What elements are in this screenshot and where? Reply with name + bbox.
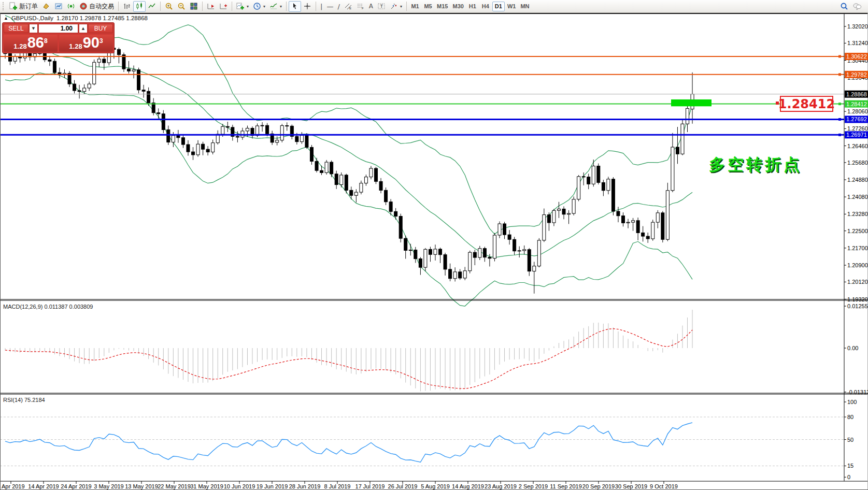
timeframe-H4[interactable]: H4 <box>479 2 492 11</box>
toolbar-separator <box>118 2 119 11</box>
svg-text:0: 0 <box>847 474 850 480</box>
label-tool-button[interactable]: T <box>375 1 388 12</box>
sell-button[interactable]: SELL <box>4 24 29 33</box>
chat-button[interactable] <box>850 1 864 12</box>
trendline-icon: / <box>337 3 339 10</box>
collapse-panel-arrow[interactable]: ▲ <box>4 16 8 21</box>
volume-increase-button[interactable]: ▲ <box>79 24 88 33</box>
svg-text:1.21700: 1.21700 <box>847 245 868 251</box>
zoom-out-button[interactable] <box>175 1 188 12</box>
annotation-note-text[interactable]: 多空转折点 <box>709 154 802 176</box>
line-anchor-marker <box>838 134 841 136</box>
chart-window: 1.320201.312401.304401.296401.280601.272… <box>0 13 868 490</box>
toolbar-separator <box>160 2 161 11</box>
templates-button[interactable]: ▾ <box>267 1 284 12</box>
new-order-button[interactable]: 新订单 <box>7 1 40 12</box>
date-tick-label: 26 Jul 2019 <box>388 483 418 489</box>
fibonacci-tool-button[interactable]: F <box>354 1 367 12</box>
tile-windows-icon <box>190 2 198 10</box>
periods-button[interactable]: ▾ <box>251 1 267 12</box>
indicators-button[interactable]: ▾ <box>234 1 251 12</box>
toolbar-grip[interactable] <box>3 2 6 10</box>
crosshair-tool-button[interactable] <box>301 1 314 12</box>
vertical-line-icon: | <box>320 3 322 10</box>
date-tick-label: 13 May 2019 <box>125 483 158 489</box>
templates-icon <box>269 2 278 10</box>
macd-indicator-title: MACD(12,26,9) 0.011387 0.003809 <box>3 304 93 310</box>
channel-tool-button[interactable]: E <box>342 1 354 12</box>
svg-text:1.22500: 1.22500 <box>847 228 868 234</box>
date-tick-label: 14 Apr 2019 <box>28 483 59 489</box>
channel-icon: E <box>344 2 352 10</box>
timeframe-MN[interactable]: MN <box>518 2 531 11</box>
svg-text:1.24880: 1.24880 <box>847 177 868 183</box>
timeframe-W1[interactable]: W1 <box>505 2 518 11</box>
indicators-icon <box>236 2 245 10</box>
price-callout-box[interactable]: 1.28412 <box>780 96 833 112</box>
date-tick-label: 9 Oct 2019 <box>650 483 678 489</box>
highlight-zone-rect[interactable] <box>671 99 712 106</box>
date-tick-label: 10 Jun 2019 <box>224 483 255 489</box>
svg-text:1.28060: 1.28060 <box>847 108 868 114</box>
dropdown-caret-icon: ▾ <box>263 4 265 9</box>
svg-text:-0.013128: -0.013128 <box>847 389 868 395</box>
zoom-in-icon <box>165 2 173 10</box>
sell-price-display[interactable]: 1.28868 <box>4 35 58 52</box>
svg-text:1.23280: 1.23280 <box>847 211 868 217</box>
candlestick-chart-button[interactable] <box>133 1 146 12</box>
arrows-icon <box>390 2 398 10</box>
timeframe-M5[interactable]: M5 <box>422 2 434 11</box>
bar-chart-button[interactable] <box>121 1 133 12</box>
svg-text:1.20120: 1.20120 <box>847 279 868 285</box>
periods-icon <box>253 2 261 10</box>
zoom-in-button[interactable] <box>163 1 175 12</box>
rsi-line <box>5 423 692 463</box>
buy-price-big: 90 <box>83 34 99 51</box>
timeframe-group: M1M5M15M30H1H4D1W1MN <box>409 2 531 11</box>
arrows-tool-button[interactable]: ▾ <box>388 1 404 12</box>
toolbar-separator <box>316 2 316 11</box>
toolbar-separator <box>406 2 407 11</box>
timeframe-D1[interactable]: D1 <box>492 2 505 11</box>
svg-text:1.25680: 1.25680 <box>847 160 868 166</box>
cursor-tool-button[interactable] <box>289 1 301 12</box>
line-anchor-marker <box>838 103 841 105</box>
market-watch-button[interactable] <box>52 1 65 12</box>
trendline-tool-button[interactable]: / <box>335 1 341 12</box>
history-center-button[interactable] <box>40 1 52 12</box>
text-tool-button[interactable]: A <box>367 1 375 12</box>
dropdown-caret-icon: ▾ <box>247 4 249 9</box>
line-chart-button[interactable] <box>146 1 158 12</box>
price-chart[interactable]: 1.320201.312401.304401.296401.280601.272… <box>0 13 868 490</box>
candlestick-chart-icon <box>135 2 144 10</box>
date-tick-label: 11 Sep 2019 <box>550 483 582 489</box>
svg-text:80: 80 <box>847 414 853 420</box>
svg-text:1.30622: 1.30622 <box>846 53 867 60</box>
timeframe-M1[interactable]: M1 <box>409 2 421 11</box>
buy-button[interactable]: BUY <box>88 24 113 33</box>
chart-autoscroll-button[interactable] <box>205 1 217 12</box>
rsi-indicator-title: RSI(14) 75.2184 <box>3 397 45 403</box>
date-tick-label: 19 Jun 2019 <box>257 483 288 489</box>
date-tick-label: 24 Apr 2019 <box>61 483 91 489</box>
search-button[interactable] <box>838 1 850 12</box>
svg-text:1.28412: 1.28412 <box>846 101 867 107</box>
sell-price-big: 86 <box>27 34 44 51</box>
svg-text:0.012554: 0.012554 <box>847 303 868 309</box>
volume-decrease-button[interactable]: ▼ <box>29 24 38 33</box>
vertical-line-tool-button[interactable]: | <box>318 1 324 12</box>
timeframe-M15[interactable]: M15 <box>435 2 450 11</box>
tile-windows-button[interactable] <box>188 1 200 12</box>
horizontal-line-tool-button[interactable]: — <box>324 1 335 12</box>
line-anchor-marker <box>838 55 841 57</box>
svg-text:1.32020: 1.32020 <box>847 23 868 30</box>
search-icon <box>840 2 848 10</box>
timeframe-M30[interactable]: M30 <box>450 2 465 11</box>
buy-price-display[interactable]: 1.28903 <box>59 35 113 52</box>
date-tick-label: 5 Aug 2019 <box>421 483 450 489</box>
chart-shift-button[interactable] <box>217 1 230 12</box>
auto-trading-button[interactable]: 自动交易 <box>77 1 116 12</box>
signals-button[interactable] <box>65 1 77 12</box>
volume-input[interactable]: 1.00 <box>38 24 78 33</box>
timeframe-H1[interactable]: H1 <box>466 2 479 11</box>
